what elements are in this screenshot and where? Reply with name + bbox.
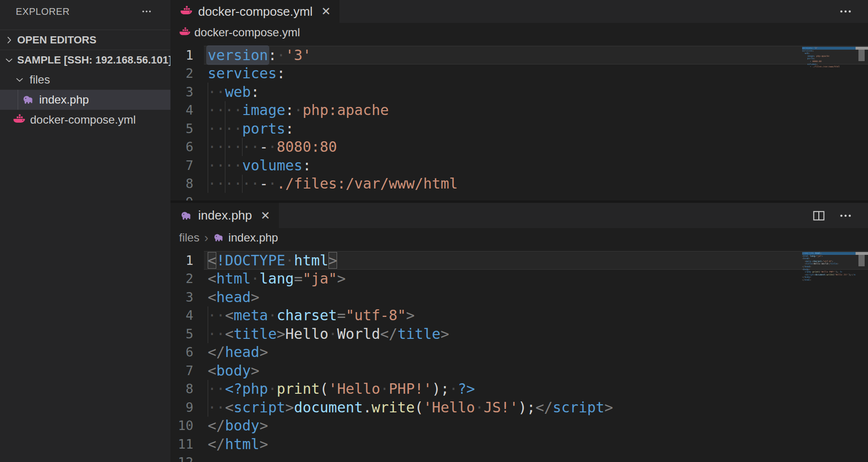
code-line-2[interactable]: 2<html·lang="ja">: [170, 270, 868, 288]
code-line-7[interactable]: 7<body>: [170, 361, 868, 380]
code-line-2[interactable]: 2services:: [170, 64, 868, 83]
code-token: >: [251, 362, 259, 379]
code-line-10[interactable]: 10</body>: [170, 417, 868, 435]
code-line-7[interactable]: 7····volumes:: [170, 156, 868, 175]
code-token: body: [225, 417, 259, 434]
indent-guide: [225, 138, 225, 157]
sidebar-section-open-editors[interactable]: OPEN EDITORS: [0, 30, 170, 50]
breadcrumb-item[interactable]: docker-compose.yml: [179, 26, 300, 39]
tree-item-files[interactable]: files: [0, 70, 170, 90]
tree-item-index-php[interactable]: index.php: [0, 90, 170, 110]
code-line-4[interactable]: 4··<meta·charset="utf-8">: [170, 306, 868, 325]
whitespace-dots: ·: [328, 326, 337, 342]
editor-group-bottom: index.php✕ files›index.php 1<!DOCTYPE·ht…: [170, 203, 868, 462]
code-line-6[interactable]: 6</head>: [170, 343, 868, 362]
code-token: 'Hello: [328, 380, 380, 397]
php-elephant-icon: [22, 94, 34, 106]
line-content: <head>: [204, 288, 868, 306]
code-line-3[interactable]: 3··web:: [170, 83, 868, 101]
docker-whale-icon: [13, 114, 25, 126]
tree-item-docker-compose-yml[interactable]: docker-compose.yml: [0, 110, 170, 130]
tab-index-php[interactable]: index.php✕: [170, 203, 279, 228]
code-line-5[interactable]: 5····ports:: [170, 119, 868, 138]
line-number: 6: [170, 345, 204, 359]
code-token: <: [225, 307, 233, 324]
php-elephant-icon: [22, 94, 34, 106]
code-line-8[interactable]: 8··<?php·print('Hello·PHP!');·?>: [170, 380, 868, 399]
code-token: .: [363, 399, 371, 416]
breadcrumbs-bottom[interactable]: files›index.php: [170, 228, 868, 247]
split-editor-button[interactable]: [811, 209, 827, 223]
code-token: >: [259, 417, 268, 434]
indent-guide: [242, 138, 243, 157]
explorer-title: EXPLORER: [16, 6, 70, 17]
code-token: lang: [259, 270, 294, 287]
line-number: 1: [170, 253, 204, 268]
code-token: 'Hello: [423, 399, 475, 416]
indent-guide: [208, 138, 208, 157]
code-line-5[interactable]: 5··<title>Hello·World</title>: [170, 325, 868, 343]
code-area-index-php[interactable]: 1<!DOCTYPE·html>2<html·lang="ja">3<head>…: [170, 247, 868, 462]
whitespace-dots: ······: [208, 175, 259, 192]
explorer-sections: OPEN EDITORSSAMPLE [SSH: 192.168.56.101]…: [0, 23, 170, 130]
code-token: >: [441, 326, 449, 342]
code-token: html: [225, 436, 259, 452]
code-token: ?>: [458, 380, 475, 397]
code-line-11[interactable]: 11</html>: [170, 435, 868, 453]
chevron-down-icon: [14, 74, 25, 85]
code-line-1[interactable]: 1<!DOCTYPE·html>: [170, 251, 868, 270]
chevron-right-icon[interactable]: [4, 35, 14, 45]
minimap[interactable]: <!DOCTYPE html><html lang="ja"><head> <m…: [802, 252, 856, 284]
sidebar-section-sample-ssh-192-168-56-101[interactable]: SAMPLE [SSH: 192.168.56.101]: [0, 50, 170, 70]
code-line-1[interactable]: 1version:·'3': [170, 46, 868, 64]
code-token: >: [251, 289, 259, 305]
code-line-8[interactable]: 8······-·./files:/var/www/html: [170, 175, 868, 193]
code-token: >: [604, 399, 613, 416]
line-content: [204, 453, 868, 462]
code-token: "utf-8": [346, 307, 406, 324]
line-content: version:·'3': [204, 46, 868, 64]
php-elephant-icon: [180, 210, 192, 222]
chevron-down-icon[interactable]: [4, 55, 14, 65]
scrollbar-thumb[interactable]: [858, 50, 865, 61]
whitespace-dots: ··: [208, 399, 225, 416]
more-actions-icon: [837, 209, 854, 223]
code-line-3[interactable]: 3<head>: [170, 288, 868, 306]
indent-guide: [225, 175, 225, 193]
tabbar-top: docker-compose.yml✕: [170, 0, 868, 23]
tab-docker-compose-yml[interactable]: docker-compose.yml✕: [170, 0, 339, 23]
tab-close-icon[interactable]: ✕: [321, 5, 331, 18]
code-token: >: [277, 326, 286, 342]
whitespace-dots: ·: [268, 380, 276, 397]
breadcrumb-item[interactable]: index.php: [213, 231, 278, 244]
explorer-more-actions-icon[interactable]: [140, 6, 153, 17]
whitespace-dots: ·: [475, 399, 484, 416]
code-line-12[interactable]: 12: [170, 453, 868, 462]
line-content: ··<title>Hello·World</title>: [204, 325, 868, 343]
line-number: 3: [170, 84, 204, 99]
indent-guide: [208, 398, 208, 417]
code-token: </: [208, 436, 225, 452]
more-actions-button[interactable]: [837, 209, 854, 223]
code-line-9[interactable]: 9··<script>document.write('Hello·JS!');<…: [170, 398, 868, 417]
breadcrumbs-top[interactable]: docker-compose.yml: [170, 23, 868, 42]
code-line-4[interactable]: 4····image:·php:apache: [170, 101, 868, 120]
breadcrumb-item[interactable]: files: [179, 231, 200, 244]
code-token: :: [268, 47, 276, 63]
code-token: !DOCTYPE: [216, 252, 286, 269]
line-content: </body>: [204, 417, 868, 435]
code-line-6[interactable]: 6······-·8080:80: [170, 138, 868, 157]
code-area-docker-compose[interactable]: 1version:·'3'2services:3··web:4····image…: [170, 42, 868, 201]
code-token: :: [277, 65, 286, 82]
docker-whale-icon: [179, 27, 191, 38]
minimap[interactable]: version: '3'services: web: image: php:ap…: [802, 47, 856, 71]
code-token: -: [259, 175, 268, 192]
code-token: title: [233, 326, 276, 342]
code-token: (: [320, 380, 328, 397]
scrollbar-thumb[interactable]: [858, 255, 865, 266]
more-actions-button[interactable]: [837, 4, 854, 19]
editor-group-actions: [811, 203, 854, 228]
code-token: >: [406, 307, 414, 324]
vscode-window: EXPLORER OPEN EDITORSSAMPLE [SSH: 192.16…: [0, 0, 868, 462]
tab-close-icon[interactable]: ✕: [261, 209, 270, 222]
